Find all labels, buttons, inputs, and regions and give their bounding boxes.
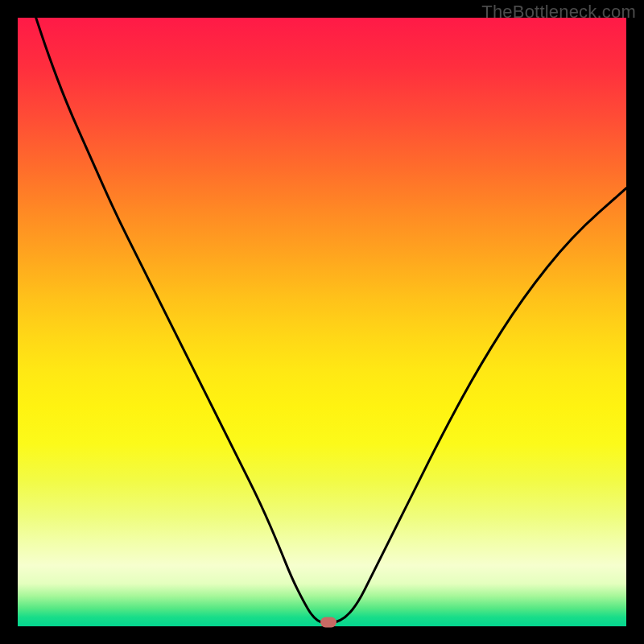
optimal-marker <box>320 617 336 628</box>
bottleneck-curve <box>36 18 626 623</box>
curve-svg <box>18 18 626 626</box>
plot-area <box>18 18 626 626</box>
chart-frame: TheBottleneck.com <box>0 0 644 644</box>
watermark-text: TheBottleneck.com <box>481 2 636 23</box>
